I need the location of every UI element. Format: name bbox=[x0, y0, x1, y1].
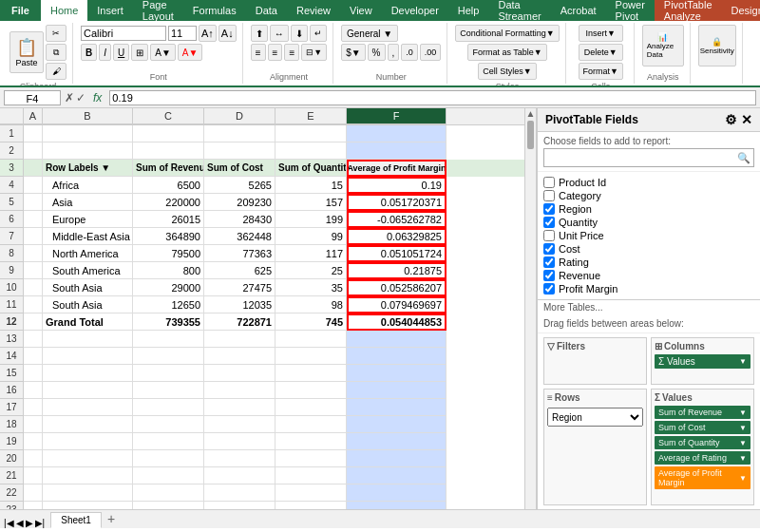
cell[interactable] bbox=[24, 382, 43, 399]
formula-input[interactable] bbox=[109, 90, 756, 105]
cell-b3[interactable]: Row Labels ▼ bbox=[43, 160, 133, 177]
tab-design[interactable]: Design bbox=[722, 0, 760, 21]
tab-formulas[interactable]: Formulas bbox=[183, 0, 246, 21]
cell[interactable] bbox=[276, 467, 347, 484]
cell-e9[interactable]: 25 bbox=[276, 262, 347, 279]
cell-f4[interactable]: 0.19 bbox=[347, 177, 446, 194]
cell-a4[interactable] bbox=[24, 177, 43, 194]
pivot-field-cost[interactable]: Cost bbox=[543, 242, 754, 256]
cell-a2[interactable] bbox=[24, 142, 43, 160]
cell-b7[interactable]: Middle-East Asia bbox=[43, 228, 133, 245]
cell-f2[interactable] bbox=[347, 142, 446, 160]
pivot-field-unit-price[interactable]: Unit Price bbox=[543, 229, 754, 242]
align-right-button[interactable]: ≡ bbox=[284, 44, 299, 61]
cell-c10[interactable]: 29000 bbox=[133, 279, 204, 296]
cell-f12[interactable]: 0.054044853 bbox=[347, 314, 446, 331]
pivot-field-rating[interactable]: Rating bbox=[543, 256, 754, 269]
format-as-table-button[interactable]: Format as Table▼ bbox=[467, 44, 546, 61]
copy-button[interactable]: ⧉ bbox=[46, 44, 66, 61]
cell[interactable] bbox=[43, 399, 133, 416]
cell[interactable] bbox=[276, 348, 347, 365]
cell[interactable] bbox=[276, 331, 347, 348]
add-sheet-button[interactable]: + bbox=[102, 509, 121, 528]
cell-f8[interactable]: 0.051051724 bbox=[347, 245, 446, 262]
cell-e12[interactable]: 745 bbox=[276, 314, 347, 331]
percent-button[interactable]: % bbox=[368, 44, 386, 61]
fill-color-button[interactable]: A▼ bbox=[150, 44, 176, 61]
cell[interactable] bbox=[133, 416, 204, 433]
cell-a3[interactable] bbox=[24, 160, 43, 177]
cell-c9[interactable]: 800 bbox=[133, 262, 204, 279]
cell-a12[interactable] bbox=[24, 314, 43, 331]
align-top-button[interactable]: ⬆ bbox=[251, 25, 268, 42]
file-tab[interactable]: File bbox=[0, 0, 41, 21]
insert-button[interactable]: Insert▼ bbox=[579, 25, 623, 42]
cell-c3[interactable]: Sum of Revenue bbox=[133, 160, 204, 177]
cell[interactable] bbox=[24, 365, 43, 382]
cell-c2[interactable] bbox=[133, 142, 204, 160]
cell-c11[interactable]: 12650 bbox=[133, 296, 204, 314]
pivot-field-checkbox-quantity[interactable] bbox=[543, 217, 555, 228]
pivot-field-profit-margin[interactable]: Profit Margin bbox=[543, 282, 754, 295]
pivot-rows-area[interactable]: ≡ Rows Region bbox=[543, 389, 647, 505]
cell-b4[interactable]: Africa bbox=[43, 177, 133, 194]
number-format-select[interactable]: General ▼ bbox=[341, 25, 398, 42]
cell[interactable] bbox=[276, 484, 347, 502]
merge-button[interactable]: ⊟▼ bbox=[301, 44, 327, 61]
cell-a1[interactable] bbox=[24, 125, 43, 142]
border-button[interactable]: ⊞ bbox=[131, 44, 148, 61]
delete-button[interactable]: Delete▼ bbox=[579, 44, 623, 61]
currency-button[interactable]: $▼ bbox=[341, 44, 365, 61]
cell-a8[interactable] bbox=[24, 245, 43, 262]
dropdown-arrow-icon[interactable]: ▼ bbox=[739, 357, 747, 366]
cell[interactable] bbox=[204, 348, 276, 365]
cell[interactable] bbox=[43, 433, 133, 450]
cell[interactable] bbox=[347, 348, 446, 365]
pivot-value-rating[interactable]: Average of Rating ▼ bbox=[655, 451, 750, 465]
cell-e1[interactable] bbox=[276, 125, 347, 142]
cell[interactable] bbox=[133, 450, 204, 467]
cell[interactable] bbox=[204, 416, 276, 433]
cell[interactable] bbox=[347, 433, 446, 450]
pivot-search-input[interactable] bbox=[543, 148, 754, 167]
cut-button[interactable]: ✂ bbox=[46, 25, 66, 42]
conditional-formatting-button[interactable]: Conditional Formatting▼ bbox=[455, 25, 559, 42]
tab-insert[interactable]: Insert bbox=[87, 0, 133, 21]
underline-button[interactable]: U bbox=[113, 44, 129, 61]
pivot-field-region[interactable]: Region bbox=[543, 202, 754, 216]
cell[interactable] bbox=[43, 348, 133, 365]
cell-b5[interactable]: Asia bbox=[43, 194, 133, 211]
cell-b1[interactable] bbox=[43, 125, 133, 142]
cell-d10[interactable]: 27475 bbox=[204, 279, 276, 296]
cell[interactable] bbox=[43, 331, 133, 348]
cell[interactable] bbox=[24, 433, 43, 450]
cell-e11[interactable]: 98 bbox=[276, 296, 347, 314]
sheet-next-button[interactable]: ▶ bbox=[26, 518, 33, 528]
pivot-field-checkbox-region[interactable] bbox=[543, 203, 555, 215]
pivot-field-product-id[interactable]: Product Id bbox=[543, 176, 754, 189]
increase-decimal-button[interactable]: .00 bbox=[420, 44, 442, 61]
italic-button[interactable]: I bbox=[99, 44, 111, 61]
cell[interactable] bbox=[133, 365, 204, 382]
pivot-values-area[interactable]: Σ Values Sum of Revenue ▼ Sum of Cost ▼ … bbox=[651, 389, 754, 505]
cell[interactable] bbox=[24, 399, 43, 416]
pivot-filters-area[interactable]: ▽ Filters bbox=[543, 337, 647, 385]
font-name-input[interactable] bbox=[81, 26, 166, 41]
sheet-prev-button[interactable]: ◀ bbox=[16, 518, 24, 528]
pivot-value-quantity[interactable]: Sum of Quantity ▼ bbox=[655, 436, 750, 449]
cell-f11[interactable]: 0.079469697 bbox=[347, 296, 446, 314]
tab-review[interactable]: Review bbox=[287, 0, 340, 21]
cell-e2[interactable] bbox=[276, 142, 347, 160]
dropdown-icon[interactable]: ▼ bbox=[739, 454, 747, 463]
pivot-field-quantity[interactable]: Quantity bbox=[543, 216, 754, 229]
cell-e4[interactable]: 15 bbox=[276, 177, 347, 194]
cell-e5[interactable]: 157 bbox=[276, 194, 347, 211]
tab-developer[interactable]: Developer bbox=[382, 0, 448, 21]
cell[interactable] bbox=[24, 348, 43, 365]
pivot-field-checkbox-category[interactable] bbox=[543, 190, 555, 201]
cell[interactable] bbox=[347, 365, 446, 382]
pivot-field-revenue[interactable]: Revenue bbox=[543, 269, 754, 282]
cell-a7[interactable] bbox=[24, 228, 43, 245]
cell[interactable] bbox=[24, 450, 43, 467]
bold-button[interactable]: B bbox=[81, 44, 97, 61]
